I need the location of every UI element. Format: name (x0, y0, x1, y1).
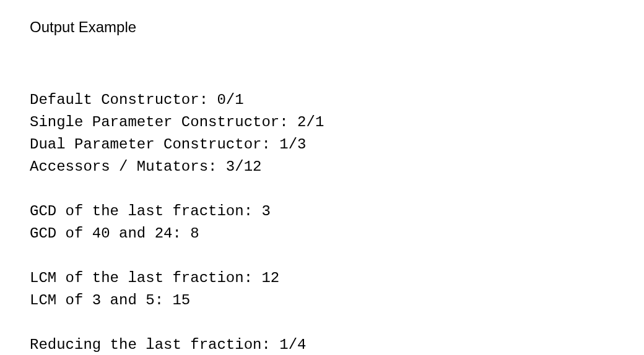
output-line: Accessors / Mutators: 3/12 (30, 158, 261, 175)
output-line: Single Parameter Constructor: 2/1 (30, 114, 324, 130)
output-line: GCD of 40 and 24: 8 (30, 225, 199, 242)
output-line: LCM of 3 and 5: 15 (30, 292, 190, 309)
output-line: LCM of the last fraction: 12 (30, 270, 279, 286)
output-line: Default Constructor: 0/1 (30, 92, 244, 108)
section-title: Output Example (30, 19, 614, 36)
output-line: Dual Parameter Constructor: 1/3 (30, 136, 306, 153)
output-line: GCD of the last fraction: 3 (30, 203, 271, 220)
output-block: Default Constructor: 0/1 Single Paramete… (30, 67, 614, 355)
output-line: Reducing the last fraction: 1/4 (30, 336, 306, 353)
